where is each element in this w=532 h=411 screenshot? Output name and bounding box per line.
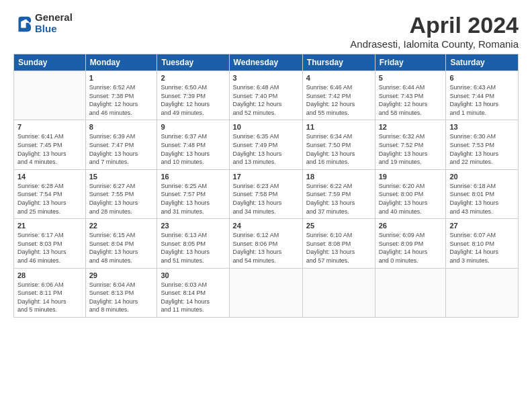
calendar-cell: 1Sunrise: 6:52 AM Sunset: 7:38 PM Daylig…: [85, 71, 157, 120]
logo-icon: [13, 14, 32, 33]
day-info: Sunrise: 6:15 AM Sunset: 8:04 PM Dayligh…: [89, 231, 154, 265]
day-number: 15: [89, 173, 154, 181]
day-number: 5: [379, 74, 443, 82]
day-number: 6: [449, 74, 515, 82]
logo: General Blue: [13, 12, 73, 34]
calendar-cell: 28Sunrise: 6:06 AM Sunset: 8:11 PM Dayli…: [14, 268, 86, 317]
calendar-cell: 13Sunrise: 6:30 AM Sunset: 7:53 PM Dayli…: [446, 120, 519, 169]
day-info: Sunrise: 6:20 AM Sunset: 8:00 PM Dayligh…: [379, 182, 443, 216]
day-info: Sunrise: 6:04 AM Sunset: 8:13 PM Dayligh…: [89, 281, 154, 314]
day-info: Sunrise: 6:34 AM Sunset: 7:50 PM Dayligh…: [306, 132, 371, 166]
calendar-cell: 9Sunrise: 6:37 AM Sunset: 7:48 PM Daylig…: [157, 120, 229, 169]
day-info: Sunrise: 6:22 AM Sunset: 7:59 PM Dayligh…: [306, 182, 371, 216]
calendar-cell: 29Sunrise: 6:04 AM Sunset: 8:13 PM Dayli…: [85, 268, 157, 317]
calendar-cell: 7Sunrise: 6:41 AM Sunset: 7:45 PM Daylig…: [14, 120, 86, 169]
calendar-cell: 6Sunrise: 6:43 AM Sunset: 7:44 PM Daylig…: [446, 71, 519, 120]
day-info: Sunrise: 6:28 AM Sunset: 7:54 PM Dayligh…: [17, 182, 82, 216]
day-number: 18: [306, 173, 371, 181]
header-tuesday: Tuesday: [157, 54, 229, 71]
calendar-week-row-2: 7Sunrise: 6:41 AM Sunset: 7:45 PM Daylig…: [14, 120, 519, 169]
calendar-cell: 20Sunrise: 6:18 AM Sunset: 8:01 PM Dayli…: [446, 169, 519, 218]
calendar-cell: 5Sunrise: 6:44 AM Sunset: 7:43 PM Daylig…: [375, 71, 446, 120]
calendar-cell: 23Sunrise: 6:13 AM Sunset: 8:05 PM Dayli…: [157, 219, 229, 268]
day-info: Sunrise: 6:17 AM Sunset: 8:03 PM Dayligh…: [17, 231, 82, 265]
day-info: Sunrise: 6:32 AM Sunset: 7:52 PM Dayligh…: [379, 132, 443, 166]
calendar-cell: 2Sunrise: 6:50 AM Sunset: 7:39 PM Daylig…: [157, 71, 229, 120]
day-info: Sunrise: 6:52 AM Sunset: 7:38 PM Dayligh…: [89, 83, 154, 117]
day-number: 2: [161, 74, 225, 82]
calendar-cell: 4Sunrise: 6:46 AM Sunset: 7:42 PM Daylig…: [302, 71, 375, 120]
day-number: 4: [306, 74, 371, 82]
day-info: Sunrise: 6:13 AM Sunset: 8:05 PM Dayligh…: [161, 231, 225, 265]
day-number: 12: [379, 123, 443, 131]
day-number: 8: [89, 123, 154, 131]
calendar-cell: [375, 268, 446, 317]
day-number: 21: [17, 222, 82, 230]
calendar-week-row-5: 28Sunrise: 6:06 AM Sunset: 8:11 PM Dayli…: [14, 268, 519, 317]
day-info: Sunrise: 6:25 AM Sunset: 7:57 PM Dayligh…: [161, 182, 225, 216]
day-info: Sunrise: 6:50 AM Sunset: 7:39 PM Dayligh…: [161, 83, 225, 117]
calendar-cell: 15Sunrise: 6:27 AM Sunset: 7:55 PM Dayli…: [85, 169, 157, 218]
calendar-cell: 3Sunrise: 6:48 AM Sunset: 7:40 PM Daylig…: [229, 71, 302, 120]
day-number: 23: [161, 222, 225, 230]
day-number: 10: [233, 123, 299, 131]
calendar: Sunday Monday Tuesday Wednesday Thursday…: [13, 54, 519, 318]
calendar-cell: 12Sunrise: 6:32 AM Sunset: 7:52 PM Dayli…: [375, 120, 446, 169]
day-info: Sunrise: 6:03 AM Sunset: 8:14 PM Dayligh…: [161, 281, 225, 314]
header-sunday: Sunday: [14, 54, 86, 71]
day-info: Sunrise: 6:09 AM Sunset: 8:09 PM Dayligh…: [379, 231, 443, 265]
calendar-cell: 21Sunrise: 6:17 AM Sunset: 8:03 PM Dayli…: [14, 219, 86, 268]
day-number: 28: [17, 271, 82, 279]
day-info: Sunrise: 6:18 AM Sunset: 8:01 PM Dayligh…: [449, 182, 515, 216]
day-number: 27: [449, 222, 515, 230]
day-info: Sunrise: 6:06 AM Sunset: 8:11 PM Dayligh…: [17, 281, 82, 314]
logo-blue: Blue: [35, 24, 73, 35]
day-info: Sunrise: 6:30 AM Sunset: 7:53 PM Dayligh…: [449, 132, 515, 166]
day-info: Sunrise: 6:46 AM Sunset: 7:42 PM Dayligh…: [306, 83, 371, 117]
calendar-header-row: Sunday Monday Tuesday Wednesday Thursday…: [14, 54, 519, 71]
header-friday: Friday: [375, 54, 446, 71]
day-number: 1: [89, 74, 154, 82]
day-info: Sunrise: 6:12 AM Sunset: 8:06 PM Dayligh…: [233, 231, 299, 265]
day-info: Sunrise: 6:44 AM Sunset: 7:43 PM Dayligh…: [379, 83, 443, 117]
day-number: 19: [379, 173, 443, 181]
calendar-cell: [302, 268, 375, 317]
day-info: Sunrise: 6:10 AM Sunset: 8:08 PM Dayligh…: [306, 231, 371, 265]
calendar-cell: 11Sunrise: 6:34 AM Sunset: 7:50 PM Dayli…: [302, 120, 375, 169]
day-number: 9: [161, 123, 225, 131]
calendar-cell: 24Sunrise: 6:12 AM Sunset: 8:06 PM Dayli…: [229, 219, 302, 268]
day-number: 20: [449, 173, 515, 181]
day-info: Sunrise: 6:39 AM Sunset: 7:47 PM Dayligh…: [89, 132, 154, 166]
day-number: 14: [17, 173, 82, 181]
day-info: Sunrise: 6:43 AM Sunset: 7:44 PM Dayligh…: [449, 83, 515, 117]
header-monday: Monday: [85, 54, 157, 71]
calendar-week-row-3: 14Sunrise: 6:28 AM Sunset: 7:54 PM Dayli…: [14, 169, 519, 218]
logo-text: General Blue: [35, 12, 73, 34]
calendar-cell: 18Sunrise: 6:22 AM Sunset: 7:59 PM Dayli…: [302, 169, 375, 218]
header-saturday: Saturday: [446, 54, 519, 71]
day-info: Sunrise: 6:41 AM Sunset: 7:45 PM Dayligh…: [17, 132, 82, 166]
page-header: General Blue April 2024 Andrasesti, Ialo…: [13, 12, 519, 50]
day-info: Sunrise: 6:35 AM Sunset: 7:49 PM Dayligh…: [233, 132, 299, 166]
day-number: 24: [233, 222, 299, 230]
location: Andrasesti, Ialomita County, Romania: [350, 38, 519, 50]
day-number: 7: [17, 123, 82, 131]
calendar-cell: 30Sunrise: 6:03 AM Sunset: 8:14 PM Dayli…: [157, 268, 229, 317]
calendar-cell: 25Sunrise: 6:10 AM Sunset: 8:08 PM Dayli…: [302, 219, 375, 268]
title-section: April 2024 Andrasesti, Ialomita County, …: [350, 12, 519, 50]
calendar-cell: 19Sunrise: 6:20 AM Sunset: 8:00 PM Dayli…: [375, 169, 446, 218]
day-number: 13: [449, 123, 515, 131]
calendar-cell: 26Sunrise: 6:09 AM Sunset: 8:09 PM Dayli…: [375, 219, 446, 268]
header-thursday: Thursday: [302, 54, 375, 71]
calendar-cell: [446, 268, 519, 317]
calendar-cell: 14Sunrise: 6:28 AM Sunset: 7:54 PM Dayli…: [14, 169, 86, 218]
day-number: 16: [161, 173, 225, 181]
day-info: Sunrise: 6:07 AM Sunset: 8:10 PM Dayligh…: [449, 231, 515, 265]
calendar-cell: 17Sunrise: 6:23 AM Sunset: 7:58 PM Dayli…: [229, 169, 302, 218]
day-number: 17: [233, 173, 299, 181]
calendar-cell: 16Sunrise: 6:25 AM Sunset: 7:57 PM Dayli…: [157, 169, 229, 218]
day-info: Sunrise: 6:48 AM Sunset: 7:40 PM Dayligh…: [233, 83, 299, 117]
calendar-cell: [14, 71, 86, 120]
logo-general: General: [35, 12, 73, 24]
day-info: Sunrise: 6:27 AM Sunset: 7:55 PM Dayligh…: [89, 182, 154, 216]
